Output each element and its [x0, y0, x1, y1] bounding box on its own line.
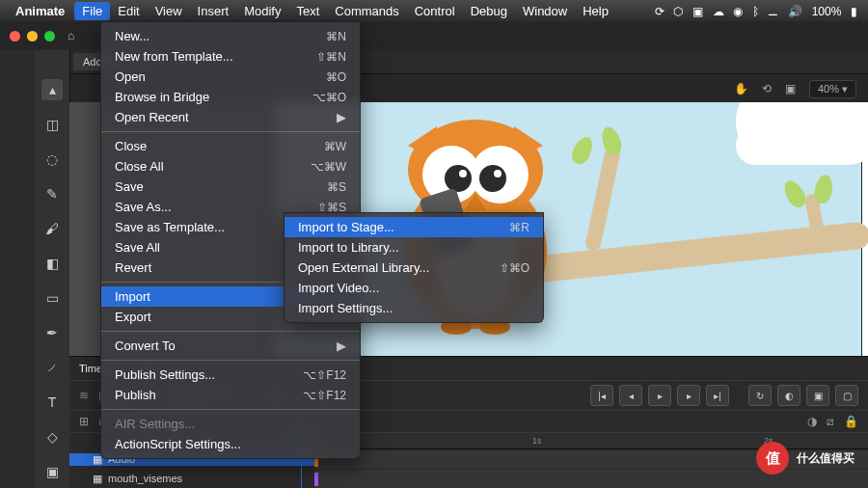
svg-point-7 [459, 170, 467, 177]
watermark-text: 什么值得买 [797, 450, 854, 467]
eraser-tool[interactable]: ◧ [41, 253, 63, 274]
battery-text: 100% [812, 5, 842, 18]
menu-modify[interactable]: Modify [236, 2, 288, 20]
menu-debug[interactable]: Debug [463, 2, 515, 20]
panel-dock-left [0, 50, 35, 488]
step-back-button[interactable]: ◂ [619, 385, 642, 406]
maximize-window-button[interactable] [44, 31, 55, 41]
menu-text[interactable]: Text [288, 2, 327, 20]
app-name[interactable]: Animate [15, 4, 65, 18]
minimize-window-button[interactable] [27, 31, 38, 41]
highlight-toggle-icon[interactable]: ◑ [807, 415, 817, 428]
menuitem-new-from-template[interactable]: New from Template...⇧⌘N [101, 46, 360, 67]
menuitem-open-recent[interactable]: Open Recent▶ [101, 107, 360, 127]
watermark-badge: 值 [756, 442, 789, 474]
menuitem-open[interactable]: Open⌘O [101, 67, 360, 87]
menuitem-publish-settings[interactable]: Publish Settings...⌥⇧F12 [101, 365, 360, 385]
menu-window[interactable]: Window [515, 2, 575, 20]
lock-toggle-icon[interactable]: 🔒 [844, 415, 858, 428]
menuitem-close[interactable]: Close⌘W [101, 136, 360, 156]
camera-tool[interactable]: ▣ [41, 461, 63, 482]
pencil-tool[interactable]: ✎ [41, 183, 63, 204]
wifi-icon[interactable]: ⚊ [768, 5, 778, 18]
fit-screen-icon[interactable]: ▣ [785, 82, 796, 95]
remove-frame-button[interactable]: ▢ [835, 385, 858, 406]
goto-last-button[interactable]: ▸| [706, 385, 729, 406]
dropbox-icon[interactable]: ⬡ [673, 5, 683, 18]
sync-icon[interactable]: ⟳ [655, 5, 665, 18]
free-transform-tool[interactable]: ◫ [41, 114, 63, 135]
lasso-tool[interactable]: ◌ [41, 149, 63, 170]
cloud-icon[interactable]: ☁ [713, 5, 724, 18]
menuitem-save[interactable]: Save⌘S [101, 176, 360, 197]
menu-edit[interactable]: Edit [110, 2, 147, 20]
loop-button[interactable]: ↻ [748, 385, 772, 406]
menuitem-browse-in-bridge[interactable]: Browse in Bridge⌥⌘O [101, 87, 360, 107]
tools-panel: ▴ ◫ ◌ ✎ 🖌 ◧ ▭ ✒ ⟋ T ◇ ▣ [35, 50, 70, 488]
volume-icon[interactable]: 🔊 [788, 5, 802, 18]
menu-commands[interactable]: Commands [327, 2, 406, 20]
rectangle-tool[interactable]: ▭ [41, 287, 63, 309]
svg-point-8 [494, 170, 502, 177]
home-icon[interactable]: ⌂ [68, 29, 74, 42]
svg-point-5 [445, 165, 472, 192]
asset-warp-tool[interactable]: ◇ [41, 426, 63, 447]
keyframe-tools-icon[interactable]: ≋ [79, 389, 89, 402]
menuitem-actionscript-settings[interactable]: ActionScript Settings... [101, 434, 360, 454]
menu-view[interactable]: View [148, 2, 190, 20]
visibility-toggle-icon[interactable]: ⧄ [827, 415, 834, 428]
close-window-button[interactable] [10, 31, 20, 41]
menu-control[interactable]: Control [407, 2, 463, 20]
watermark: 值 什么值得买 [756, 442, 854, 474]
menu-help[interactable]: Help [575, 2, 616, 20]
zoom-dropdown[interactable]: 40% ▾ [809, 80, 856, 98]
menu-file[interactable]: File [74, 2, 110, 20]
layer-row[interactable]: ▦mouth_visemes [69, 469, 868, 488]
menuitem-convert-to[interactable]: Convert To▶ [101, 336, 360, 356]
rotate-view-icon[interactable]: ⟲ [762, 82, 772, 95]
onion-button[interactable]: ◐ [777, 385, 800, 406]
text-tool[interactable]: T [41, 392, 63, 413]
insert-frame-button[interactable]: ▣ [806, 385, 829, 406]
pen-tool[interactable]: ✒ [41, 322, 63, 343]
menubar-tray: ⟳ ⬡ ▣ ☁ ◉ ᛒ ⚊ 🔊 100% ▮ [652, 4, 860, 18]
menuitem-air-settings: AIR Settings... [101, 414, 360, 434]
layer-name: mouth_visemes [108, 473, 182, 484]
mac-menubar: Animate FileEditViewInsertModifyTextComm… [0, 0, 868, 21]
brush-tool[interactable]: 🖌 [41, 218, 63, 239]
record-icon[interactable]: ◉ [733, 5, 743, 18]
battery-icon[interactable]: ▮ [851, 5, 857, 18]
menuitem-import-to-stage[interactable]: Import to Stage...⌘R [285, 217, 543, 237]
step-forward-button[interactable]: ▸ [677, 385, 700, 406]
menuitem-close-all[interactable]: Close All⌥⌘W [101, 156, 360, 176]
menu-insert[interactable]: Insert [190, 2, 237, 20]
selection-tool[interactable]: ▴ [41, 79, 63, 100]
new-layer-icon[interactable]: ⊞ [79, 415, 89, 428]
svg-point-6 [479, 165, 506, 192]
menuitem-publish[interactable]: Publish⌥⇧F12 [101, 385, 360, 405]
menuitem-open-external-library[interactable]: Open External Library...⇧⌘O [285, 258, 543, 278]
bluetooth-icon[interactable]: ᛒ [752, 5, 759, 18]
menuitem-new[interactable]: New...⌘N [101, 26, 360, 46]
hand-tool-icon[interactable]: ✋ [734, 82, 748, 95]
import-submenu: Import to Stage...⌘RImport to Library...… [284, 212, 544, 323]
layer-icon: ▦ [93, 473, 102, 485]
cc-icon[interactable]: ▣ [692, 5, 703, 18]
menuitem-import-settings[interactable]: Import Settings... [285, 298, 543, 318]
play-button[interactable]: ▸ [648, 385, 671, 406]
ruler-mark: 1s [532, 436, 542, 446]
menuitem-import-video[interactable]: Import Video... [285, 278, 543, 298]
zoom-value: 40% [818, 83, 839, 95]
goto-first-button[interactable]: |◂ [590, 385, 613, 406]
eyedropper-tool[interactable]: ⟋ [41, 357, 63, 378]
menuitem-import-to-library[interactable]: Import to Library... [285, 237, 543, 258]
